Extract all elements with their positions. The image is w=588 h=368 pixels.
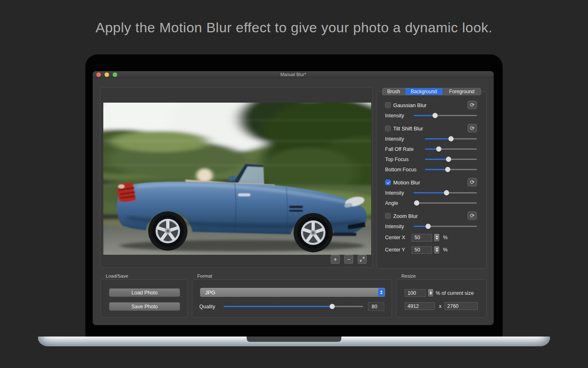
- field-label: Center X: [385, 235, 409, 240]
- stepper-down-icon: [430, 293, 432, 295]
- slider-thumb[interactable]: [444, 190, 449, 195]
- center-x-row: Center X %: [385, 231, 477, 244]
- dropdown-arrows-icon: [378, 288, 385, 296]
- bottom-focus-slider[interactable]: [425, 166, 477, 174]
- tilt-intensity-slider[interactable]: [425, 135, 477, 143]
- top-focus-row: Top Focus: [385, 154, 477, 164]
- slider-label: Top Focus: [385, 157, 422, 162]
- zoom-out-button[interactable]: −: [344, 255, 353, 264]
- tilt-shift-reset-button[interactable]: ⟳: [468, 124, 477, 132]
- save-photo-button[interactable]: Save Photo: [109, 302, 180, 311]
- stepper-up-icon: [436, 248, 438, 249]
- gaussian-blur-checkbox[interactable]: [385, 102, 391, 108]
- group-label: Load/Save: [100, 274, 188, 279]
- center-x-input[interactable]: [412, 234, 432, 242]
- slider-thumb[interactable]: [436, 146, 441, 152]
- zoom-in-button[interactable]: +: [331, 255, 340, 264]
- slider-label: Intensity: [385, 224, 410, 229]
- car-photo: [103, 103, 371, 255]
- gaussian-reset-button[interactable]: ⟳: [468, 101, 477, 109]
- stepper-down-icon: [436, 250, 438, 252]
- reset-icon: ⟳: [470, 125, 474, 131]
- top-focus-slider[interactable]: [425, 155, 477, 164]
- zoom-intensity-row: Intensity: [385, 221, 477, 231]
- resize-width-input[interactable]: [405, 302, 435, 310]
- resize-percent-row: % of current size: [405, 289, 474, 297]
- resize-percent-stepper[interactable]: [428, 289, 433, 297]
- effect-gaussian-blur: Gaussian Blur ⟳: [385, 100, 477, 110]
- zoom-intensity-slider[interactable]: [414, 222, 477, 231]
- zoom-blur-checkbox[interactable]: [385, 213, 391, 219]
- motion-blur-reset-button[interactable]: ⟳: [468, 178, 477, 186]
- resize-dimensions-row: x: [405, 302, 478, 310]
- motion-intensity-slider[interactable]: [414, 189, 477, 197]
- format-dropdown[interactable]: JPG: [200, 288, 385, 297]
- slider-thumb[interactable]: [446, 157, 451, 162]
- gaussian-intensity-slider[interactable]: [414, 112, 477, 120]
- slider-label: Fall Off Rate: [385, 146, 422, 152]
- photo-canvas[interactable]: [103, 103, 371, 255]
- slider-label: Intensity: [385, 190, 410, 196]
- tilt-shift-checkbox[interactable]: [385, 126, 391, 131]
- angle-slider[interactable]: [414, 199, 477, 207]
- slider-thumb[interactable]: [330, 304, 335, 309]
- slider-thumb[interactable]: [448, 136, 454, 141]
- load-photo-button[interactable]: Load Photo: [109, 288, 180, 297]
- effects-panel: Gaussian Blur ⟳ Intensity Tilt Shift Blu…: [376, 91, 487, 269]
- dimension-separator: x: [439, 303, 441, 309]
- laptop-screen: Manual Blur*: [85, 54, 503, 337]
- stepper-up-icon: [430, 291, 432, 293]
- laptop-base: [38, 337, 550, 346]
- slider-label: Angle: [385, 200, 410, 206]
- group-label: Resize: [396, 274, 487, 279]
- slider-thumb[interactable]: [445, 167, 450, 172]
- effect-label: Gaussian Blur: [393, 102, 427, 108]
- slider-thumb[interactable]: [432, 113, 438, 118]
- window-title: Manual Blur*: [93, 71, 494, 78]
- center-y-stepper[interactable]: [434, 246, 439, 254]
- reset-icon: ⟳: [470, 179, 474, 185]
- motion-blur-checkbox[interactable]: [385, 180, 391, 185]
- resize-percent-input[interactable]: [405, 289, 426, 297]
- slider-label: Intensity: [385, 136, 422, 142]
- traffic-lights: [96, 72, 117, 77]
- effect-label: Zoom Blur: [393, 213, 418, 219]
- fullscreen-button[interactable]: [113, 72, 117, 77]
- quality-row: Quality: [199, 302, 384, 311]
- preview-panel: + −: [100, 87, 373, 268]
- resize-group: Resize % of current size x: [396, 274, 487, 318]
- format-group: Format JPG Quality: [192, 274, 392, 318]
- load-save-group: Load/Save Load Photo Save Photo: [100, 274, 188, 318]
- fall-off-rate-row: Fall Off Rate: [385, 144, 477, 154]
- zoom-blur-reset-button[interactable]: ⟳: [468, 211, 477, 220]
- field-label: Center Y: [385, 247, 409, 253]
- close-button[interactable]: [96, 72, 101, 77]
- percent-suffix: %: [443, 235, 448, 240]
- slider-label: Bottom Focus: [385, 167, 422, 173]
- center-y-input[interactable]: [412, 246, 432, 254]
- motion-intensity-row: Intensity: [385, 188, 477, 198]
- slider-thumb[interactable]: [425, 224, 431, 229]
- percent-of-size-label: % of current size: [436, 290, 474, 296]
- minimize-button[interactable]: [105, 72, 109, 77]
- effect-tilt-shift-blur: Tilt Shift Blur ⟳: [385, 123, 477, 134]
- format-value: JPG: [205, 289, 378, 296]
- center-y-row: Center Y %: [385, 244, 477, 256]
- slider-label: Intensity: [385, 113, 410, 119]
- app-window: Manual Blur*: [93, 71, 494, 325]
- window-titlebar: Manual Blur*: [93, 71, 494, 78]
- quality-value-input[interactable]: [368, 302, 384, 311]
- center-x-stepper[interactable]: [434, 234, 439, 242]
- percent-suffix: %: [443, 247, 448, 253]
- effect-motion-blur: Motion Blur ⟳: [385, 177, 477, 188]
- slider-thumb[interactable]: [414, 200, 419, 206]
- tab-background[interactable]: Background: [405, 88, 443, 95]
- quality-slider[interactable]: [224, 303, 363, 311]
- fit-to-view-button[interactable]: [358, 255, 367, 264]
- angle-row: Angle: [385, 198, 477, 208]
- fall-off-rate-slider[interactable]: [425, 145, 477, 153]
- tab-foreground[interactable]: Foreground: [443, 88, 481, 95]
- tab-brush[interactable]: Brush: [383, 88, 405, 95]
- layer-tabs: Brush Background Foreground: [382, 88, 481, 95]
- resize-height-input[interactable]: [444, 302, 478, 310]
